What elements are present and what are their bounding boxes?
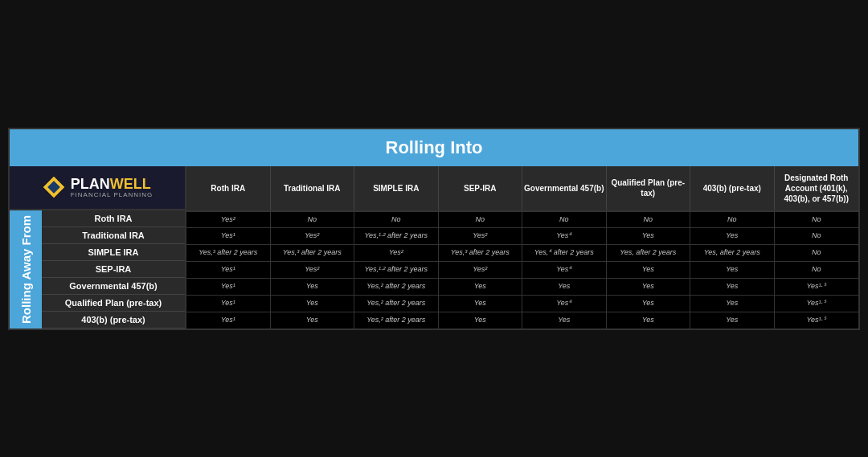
data-cell-6-3: Yes [439, 312, 523, 328]
data-cell-1-4: Yes⁴ [522, 228, 607, 244]
data-cell-5-4: Yes⁴ [522, 296, 607, 312]
data-cell-1-0: Yes¹ [186, 228, 271, 244]
col-headers: Roth IRATraditional IRASIMPLE IRASEP-IRA… [186, 166, 858, 212]
data-cell-3-6: Yes [690, 262, 775, 278]
data-cell-0-1: No [271, 212, 355, 228]
col-header-4: Governmental 457(b) [522, 166, 607, 210]
data-cell-3-0: Yes¹ [186, 262, 271, 278]
data-cell-4-7: Yes¹·⁵ [775, 279, 859, 295]
data-cell-6-5: Yes [607, 312, 691, 328]
table-row: Yes¹YesYes,² after 2 yearsYesYesYesYesYe… [186, 279, 858, 296]
row-header-6: 403(b) (pre-tax) [42, 312, 185, 328]
left-bottom: Rolling Away From Roth IRATraditional IR… [10, 210, 186, 328]
data-cell-2-6: Yes, after 2 years [690, 245, 775, 261]
data-cell-0-6: No [690, 212, 775, 228]
data-rows: Yes²NoNoNoNoNoNoNoYes¹Yes²Yes,¹·² after … [186, 212, 858, 328]
col-header-7: Designated Roth Account (401(k), 403(b),… [775, 166, 859, 210]
col-header-6: 403(b) (pre-tax) [690, 166, 775, 210]
data-cell-5-2: Yes,² after 2 years [354, 296, 439, 312]
data-cell-0-4: No [522, 212, 607, 228]
data-cell-6-2: Yes,² after 2 years [354, 312, 439, 328]
row-header-2: SIMPLE IRA [42, 244, 185, 261]
data-cell-4-6: Yes [690, 279, 775, 295]
data-cell-0-0: Yes² [186, 212, 271, 228]
data-cell-4-2: Yes,² after 2 years [354, 279, 439, 295]
data-cell-5-0: Yes¹ [186, 296, 271, 312]
plan-label: PLAN [71, 176, 110, 193]
left-panel: PLAN WELL FINANCIAL PLANNING Rolling Awa… [10, 166, 186, 328]
row-header-3: SEP-IRA [42, 261, 185, 278]
data-cell-2-1: Yes,³ after 2 years [271, 245, 355, 261]
table-row: Yes¹YesYes,² after 2 yearsYesYes⁴YesYesY… [186, 296, 858, 312]
data-cell-3-1: Yes² [271, 262, 355, 278]
col-header-0: Roth IRA [186, 166, 271, 210]
financial-planning-label: FINANCIAL PLANNING [71, 191, 154, 198]
data-cell-2-0: Yes,³ after 2 years [186, 245, 271, 261]
logo-row: PLAN WELL FINANCIAL PLANNING [10, 166, 186, 210]
data-cell-6-1: Yes [271, 312, 355, 328]
data-cell-1-5: Yes [607, 228, 691, 244]
data-cell-0-7: No [775, 212, 859, 228]
data-cell-6-4: Yes [522, 312, 607, 328]
table-row: Yes¹Yes²Yes,¹·² after 2 yearsYes²Yes⁴Yes… [186, 262, 858, 279]
data-cell-3-3: Yes² [439, 262, 523, 278]
data-cell-4-1: Yes [271, 279, 355, 295]
data-cell-2-3: Yes,³ after 2 years [439, 245, 523, 261]
data-section: Roth IRATraditional IRASIMPLE IRASEP-IRA… [186, 166, 858, 328]
rolling-into-header: Rolling Into [10, 129, 858, 166]
data-cell-2-4: Yes,⁴ after 2 years [522, 245, 607, 261]
row-header-0: Roth IRA [42, 210, 185, 227]
data-cell-5-6: Yes [690, 296, 775, 312]
row-header-1: Traditional IRA [42, 227, 185, 244]
data-cell-4-4: Yes [522, 279, 607, 295]
logo-brand: PLAN WELL [71, 176, 151, 193]
data-cell-6-7: Yes¹·⁵ [775, 312, 859, 328]
data-cell-0-5: No [607, 212, 691, 228]
data-cell-5-7: Yes¹·⁵ [775, 296, 859, 312]
data-cell-0-3: No [439, 212, 523, 228]
data-cell-1-2: Yes,¹·² after 2 years [354, 228, 439, 244]
data-cell-2-5: Yes, after 2 years [607, 245, 691, 261]
data-cell-3-7: No [775, 262, 859, 278]
row-header-5: Qualified Plan (pre-tax) [42, 295, 185, 312]
table-row: Yes¹YesYes,² after 2 yearsYesYesYesYesYe… [186, 312, 858, 328]
well-label: WELL [110, 176, 151, 193]
table-row: Yes¹Yes²Yes,¹·² after 2 yearsYes²Yes⁴Yes… [186, 228, 858, 245]
data-cell-5-5: Yes [607, 296, 691, 312]
data-cell-1-7: No [775, 228, 859, 244]
data-cell-6-0: Yes¹ [186, 312, 271, 328]
data-cell-4-5: Yes [607, 279, 691, 295]
data-cell-1-6: Yes [690, 228, 775, 244]
table-row: Yes,³ after 2 yearsYes,³ after 2 yearsYe… [186, 245, 858, 262]
data-cell-3-4: Yes⁴ [522, 262, 607, 278]
col-header-2: SIMPLE IRA [354, 166, 439, 210]
row-header-4: Governmental 457(b) [42, 278, 185, 295]
data-cell-0-2: No [354, 212, 439, 228]
data-cell-3-5: Yes [607, 262, 691, 278]
col-header-5: Qualified Plan (pre-tax) [607, 166, 691, 210]
main-grid: PLAN WELL FINANCIAL PLANNING Rolling Awa… [10, 166, 858, 328]
data-cell-2-7: No [775, 245, 859, 261]
col-header-3: SEP-IRA [439, 166, 523, 210]
data-cell-3-2: Yes,¹·² after 2 years [354, 262, 439, 278]
data-cell-4-3: Yes [439, 279, 523, 295]
table-row: Yes²NoNoNoNoNoNoNo [186, 212, 858, 229]
logo-text: PLAN WELL FINANCIAL PLANNING [71, 176, 154, 198]
data-cell-5-3: Yes [439, 296, 523, 312]
data-cell-6-6: Yes [690, 312, 775, 328]
data-cell-1-1: Yes² [271, 228, 355, 244]
data-cell-2-2: Yes² [354, 245, 439, 261]
main-container: Rolling Into PLAN WELL FINA [8, 128, 860, 330]
col-header-1: Traditional IRA [271, 166, 355, 210]
logo-icon [42, 175, 66, 199]
data-cell-1-3: Yes² [439, 228, 523, 244]
data-cell-5-1: Yes [271, 296, 355, 312]
rolling-away-label: Rolling Away From [10, 210, 42, 328]
data-cell-4-0: Yes¹ [186, 279, 271, 295]
row-headers: Roth IRATraditional IRASIMPLE IRASEP-IRA… [42, 210, 186, 328]
logo-cell: PLAN WELL FINANCIAL PLANNING [10, 166, 186, 210]
